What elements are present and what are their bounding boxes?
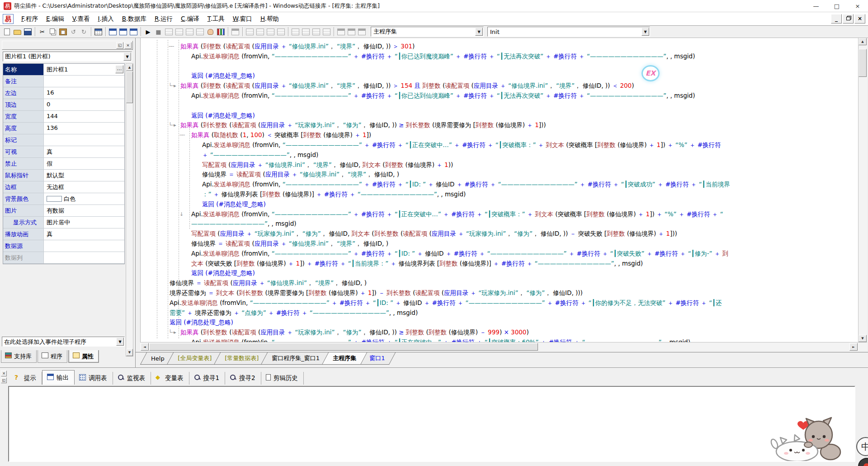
code-line[interactable]: Api.发送单聊消息 (fromVin, “————————————” ＋ #换… [141,91,858,101]
property-value[interactable]: 144 [44,111,124,122]
code-window-icon[interactable] [118,27,128,37]
code-line[interactable]: Api.发送单聊消息 (fromVin, “————————————” ＋ #换… [141,180,858,190]
output-tab-搜寻1[interactable]: 搜寻1 [189,372,226,385]
code-line[interactable]: ╌╌如果真 (到整数 (读配置项 (应用目录 ＋ “修仙境界.ini”， “境界… [141,42,858,52]
output-tab-搜寻2[interactable]: 搜寻2 [225,372,261,385]
output-tab-剪辑历史[interactable]: 剪辑历史 [261,372,304,385]
property-row[interactable]: 名称图片框1… [3,64,124,76]
scroll-down-icon[interactable]: ▼ [126,349,133,356]
panel-tab-支持库[interactable]: 支持库 [1,350,37,363]
code-line[interactable]: ╌╌如果真 (取随机数 (1, 100) ＜ 突破概率 [到整数 (修仙境界) … [141,130,858,140]
editor-horizontal-scrollbar[interactable]: ◄ ► [140,342,867,351]
code-line[interactable]: Api.发送单聊消息 (fromVin, “————————————” ＋ #换… [141,52,858,62]
mdi-restore-icon[interactable] [843,14,854,24]
profiler-icon[interactable] [216,27,226,37]
property-row[interactable]: 备注 [3,76,124,87]
code-line[interactable]: 写配置项 (应用目录 ＋ “修仙境界.ini”， “境界”， 修仙ID, 到文本… [141,160,858,170]
property-value[interactable] [44,134,124,146]
code-line[interactable]: 文本 (突破失败 [到整数 (修仙境界) ＋ 1]) ＋ #换行符 ＋ “┃当前… [141,259,858,269]
property-row[interactable]: 边框无边框 [3,181,124,193]
code-line[interactable]: 需要” ＋ 境界还需修为 ＋ “点修为” ＋ #换行符 ＋ “—————————… [141,308,858,318]
code-line[interactable]: └╌▸如果真 (到长整数 (读配置项 (应用目录 ＋ “玩家修为.ini”， “… [141,120,858,130]
property-row[interactable]: 播放动画真 [3,228,124,240]
property-row[interactable]: 高度136 [3,123,124,134]
property-value[interactable]: 有数据 [44,205,124,216]
property-value[interactable]: 默认型 [44,170,124,181]
maximize-icon[interactable]: □ [826,0,847,12]
property-value[interactable]: 16 [44,87,124,99]
code-line[interactable]: 返回 (#消息处理_忽略) [141,318,858,328]
menu-T[interactable]: T.工具 [203,13,229,25]
property-row[interactable]: 标记 [3,134,124,146]
close-icon[interactable]: × [124,42,132,49]
chevron-down-icon[interactable]: ▼ [475,28,483,36]
code-line[interactable]: └╌▸如果真 (到长整数 (读配置项 (应用目录 ＋ “玩家修为.ini”， “… [141,328,858,338]
code-line[interactable]: ：” ＋ 修仙境界列表 [到整数 (修仙境界)] ＋ #换行符 ＋ “—————… [141,190,858,200]
close-icon[interactable]: × [1,371,7,376]
property-scrollbar[interactable]: ▲ ▼ [126,63,133,357]
pause-icon[interactable] [205,27,216,37]
method-combobox[interactable]: Init ▼ [487,27,650,37]
menu-C[interactable]: C.编译 [177,13,203,25]
property-row[interactable]: 可视真 [3,146,124,158]
scrollbar-thumb[interactable] [149,343,538,351]
minimize-icon[interactable]: — [806,0,826,12]
cut-icon[interactable]: ✂ [37,27,47,37]
property-value[interactable]: 0 [44,99,124,110]
scrollbar-thumb[interactable] [859,49,867,77]
code-line[interactable]: 修仙境界 ＝ 读配置项 (应用目录 ＋ “修仙境界.ini”， “境界”， 修仙… [141,239,858,249]
property-row[interactable]: 顶边0 [3,99,124,111]
property-row[interactable]: 背景颜色白色 [3,193,124,205]
new-file-icon[interactable] [2,27,12,37]
property-row[interactable]: 禁止假 [3,158,124,170]
property-value[interactable]: 真 [44,146,124,157]
scroll-right-icon[interactable]: ► [849,343,858,351]
menu-B[interactable]: B.数据库 [118,13,151,25]
code-line[interactable]: ————————————”, , msgid) [141,219,858,229]
property-row[interactable]: 图片有数据 [3,205,124,217]
scroll-left-icon[interactable]: ◄ [141,343,149,351]
property-row[interactable]: 显示方式图片居中 [3,217,124,228]
editor-vertical-scrollbar[interactable]: ▲ ▼ [858,38,867,342]
output-tab-监视表[interactable]: 监视表 [113,372,151,385]
form-designer-window-icon[interactable] [108,27,118,37]
editor-tab-主程序集[interactable]: 主程序集 [322,352,367,365]
code-line[interactable] [141,62,858,71]
code-line[interactable]: └╌▸如果真 (到整数 (读配置项 (应用目录 ＋ “修仙境界.ini”， “境… [141,81,858,91]
property-row[interactable]: 鼠标指针默认型 [3,170,124,181]
code-line[interactable]: ＋ “————————————”, , msgid) [141,150,858,160]
editor-tab-窗口程序集_窗口1[interactable]: 窗口程序集_窗口1 [261,352,330,365]
program-manager-icon[interactable] [93,27,104,37]
scroll-down-icon[interactable]: ▼ [859,335,867,342]
close-icon[interactable]: × [847,0,868,12]
code-line[interactable]: 写配置项 (应用目录 ＋ “玩家修为.ini”， “修为”， 修仙ID, 到文本… [141,229,858,239]
property-row[interactable]: 数据列 [3,252,124,264]
code-line[interactable]: 返回 (#消息处理_忽略) [141,71,858,81]
dock-icon[interactable]: ◱ [1,377,7,383]
ellipsis-button[interactable]: … [115,65,123,73]
menu-E[interactable]: E.编辑 [42,13,68,25]
code-line[interactable]: Api.发送单聊消息 (fromVin, “————————————” ＋ #换… [141,249,858,259]
menu-W[interactable]: W.窗口 [229,13,256,25]
property-value[interactable]: 真 [44,228,124,240]
property-row[interactable]: 数据源 [3,240,124,252]
editor-tab-[全局变量表][interactable]: [全局变量表] [166,352,222,365]
code-line[interactable]: 修仙境界 ＝ 读配置项 (应用目录 ＋ “修仙境界.ini”， “境界”， 修仙… [141,170,858,180]
property-value[interactable] [44,240,124,252]
panel-tab-属性[interactable]: 属性 [68,350,99,363]
chevron-down-icon[interactable]: ▼ [116,338,124,346]
property-row[interactable]: 宽度144 [3,111,124,123]
code-line[interactable]: 返回 (#消息处理_忽略) [141,200,858,209]
save-file-icon[interactable] [23,27,33,37]
chevron-down-icon[interactable]: ▼ [642,28,649,36]
code-editor[interactable]: ╌╌如果真 (到整数 (读配置项 (应用目录 ＋ “修仙境界.ini”， “境界… [140,38,858,342]
open-file-icon[interactable] [12,27,23,37]
event-handler-combobox[interactable]: 在此处选择加入事件处理子程序 ▼ [2,337,125,347]
info-window-icon[interactable] [128,27,139,37]
mdi-close-icon[interactable]: × [854,14,865,24]
property-value[interactable]: 图片框1… [44,64,124,75]
scroll-up-icon[interactable]: ▲ [126,64,133,71]
copy-icon[interactable] [47,27,58,37]
code-line[interactable]: 返回 (#消息处理_忽略) [141,111,858,121]
chevron-down-icon[interactable]: ▼ [123,52,131,61]
